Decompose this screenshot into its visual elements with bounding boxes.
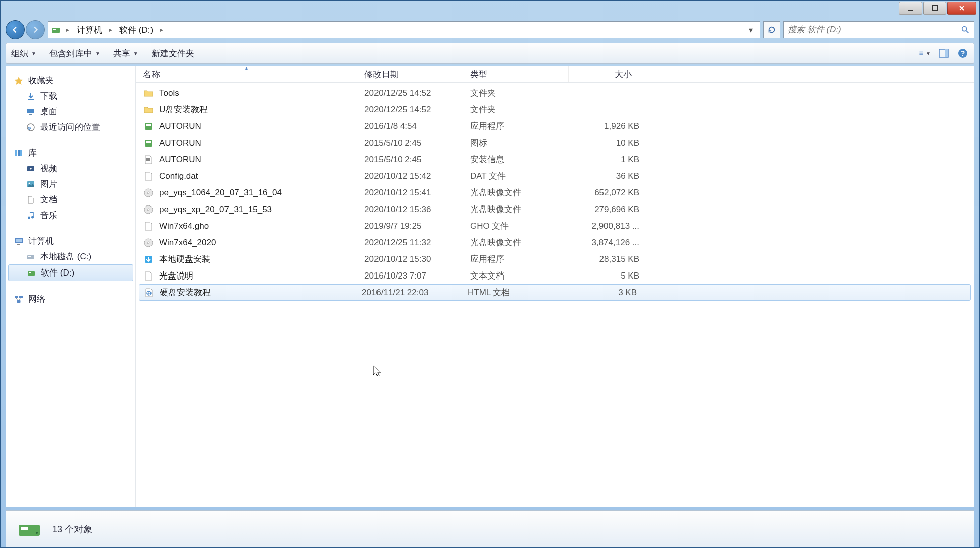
file-row[interactable]: 本地硬盘安装2020/10/12 15:30应用程序28,315 KB: [136, 251, 974, 267]
close-button[interactable]: [947, 2, 976, 15]
sort-asc-icon: ▲: [244, 65, 249, 71]
column-type[interactable]: 类型: [463, 66, 569, 82]
column-date[interactable]: 修改日期: [357, 66, 463, 82]
svg-rect-17: [15, 150, 17, 156]
column-size[interactable]: 大小: [569, 66, 639, 82]
file-name: pe_yqs_1064_20_07_31_16_04: [159, 188, 364, 198]
file-icon: [143, 104, 154, 115]
favorites-header[interactable]: 收藏夹: [8, 73, 133, 88]
sidebar-item-videos[interactable]: 视频: [8, 161, 133, 176]
preview-pane-button[interactable]: [938, 47, 950, 59]
file-row[interactable]: AUTORUN2015/5/10 2:45图标10 KB: [136, 134, 974, 151]
file-size: 1 KB: [576, 155, 639, 165]
address-dropdown[interactable]: ▾: [744, 25, 758, 35]
main-area: 收藏夹 下载 桌面 最近访问的位置 库: [6, 66, 974, 507]
drive-icon: [50, 24, 61, 35]
maximize-button[interactable]: [923, 2, 946, 15]
drive-large-icon: [15, 515, 43, 543]
desktop-icon: [25, 106, 36, 117]
sidebar-item-label: 软件 (D:): [41, 267, 74, 279]
svg-rect-42: [146, 158, 150, 159]
share-button[interactable]: 共享▼: [113, 48, 138, 59]
sidebar-item-drive-c[interactable]: 本地磁盘 (C:): [8, 249, 133, 264]
file-date: 2020/10/12 15:41: [364, 188, 470, 198]
svg-rect-0: [908, 10, 913, 11]
view-button[interactable]: ▼: [919, 47, 931, 59]
file-icon: [143, 88, 154, 99]
organize-button[interactable]: 组织▼: [11, 48, 36, 59]
sidebar-item-downloads[interactable]: 下载: [8, 88, 133, 104]
file-row[interactable]: 光盘说明2016/10/23 7:07文本文档5 KB: [136, 267, 974, 284]
sidebar-item-music[interactable]: 音乐: [8, 208, 133, 223]
chevron-right-icon[interactable]: ▸: [106, 26, 115, 33]
search-box[interactable]: [783, 21, 974, 38]
svg-rect-53: [146, 276, 150, 276]
back-button[interactable]: [6, 20, 25, 39]
include-lib-label: 包含到库中: [49, 48, 92, 59]
drive-icon: [26, 267, 37, 279]
file-name: AUTORUN: [159, 121, 364, 131]
svg-rect-34: [29, 272, 31, 273]
file-type: DAT 文件: [470, 170, 576, 182]
file-name: 本地硬盘安装: [159, 253, 364, 265]
minimize-button[interactable]: [899, 2, 922, 15]
svg-rect-13: [27, 109, 34, 113]
svg-rect-1: [932, 6, 937, 11]
sidebar-item-pictures[interactable]: 图片: [8, 176, 133, 192]
file-type: 应用程序: [470, 120, 576, 132]
svg-rect-25: [29, 201, 32, 201]
forward-button[interactable]: [26, 20, 45, 39]
sidebar-item-drive-d[interactable]: 软件 (D:): [8, 264, 133, 281]
network-header[interactable]: 网络: [8, 291, 133, 307]
chevron-right-icon[interactable]: ▸: [63, 26, 72, 33]
computer-header[interactable]: 计算机: [8, 233, 133, 249]
file-row[interactable]: Config.dat2020/10/12 15:42DAT 文件36 KB: [136, 168, 974, 184]
file-size: 36 KB: [576, 171, 639, 181]
file-row[interactable]: U盘安装教程2020/12/25 14:52文件夹: [136, 101, 974, 118]
chevron-right-icon[interactable]: ▸: [157, 26, 166, 33]
breadcrumb-computer[interactable]: 计算机: [74, 23, 104, 37]
file-row[interactable]: AUTORUN2016/1/8 4:54应用程序1,926 KB: [136, 118, 974, 134]
address-bar[interactable]: ▸ 计算机 ▸ 软件 (D:) ▸ ▾: [48, 21, 760, 38]
sidebar-item-recent[interactable]: 最近访问的位置: [8, 119, 133, 135]
file-row[interactable]: pe_yqs_xp_20_07_31_15_532020/10/12 15:36…: [136, 201, 974, 218]
new-folder-label: 新建文件夹: [152, 48, 194, 59]
svg-rect-7: [919, 54, 923, 54]
file-list[interactable]: Tools2020/12/25 14:52文件夹U盘安装教程2020/12/25…: [136, 83, 974, 507]
file-type: 光盘映像文件: [470, 237, 576, 248]
nav-arrows: [6, 20, 45, 39]
file-row[interactable]: AUTORUN2015/5/10 2:45安装信息1 KB: [136, 151, 974, 168]
column-name[interactable]: 名称 ▲: [136, 66, 357, 82]
include-library-button[interactable]: 包含到库中▼: [49, 48, 100, 59]
file-row[interactable]: Win7x64.gho2019/9/7 19:25GHO 文件2,900,813…: [136, 218, 974, 234]
refresh-button[interactable]: [763, 21, 780, 38]
sidebar-item-documents[interactable]: 文档: [8, 192, 133, 208]
file-row[interactable]: 硬盘安装教程2016/11/21 22:03HTML 文档3 KB: [139, 284, 971, 301]
svg-rect-29: [16, 239, 22, 242]
file-icon: [143, 121, 154, 132]
svg-rect-56: [19, 525, 40, 536]
file-row[interactable]: Win7x64_20202020/12/25 11:32光盘映像文件3,874,…: [136, 234, 974, 251]
sidebar-item-desktop[interactable]: 桌面: [8, 104, 133, 119]
recent-icon: [25, 122, 36, 133]
organize-label: 组织: [11, 48, 28, 59]
file-size: 3 KB: [573, 288, 637, 298]
help-button[interactable]: ?: [957, 47, 969, 59]
svg-rect-44: [146, 160, 150, 161]
file-pane: 名称 ▲ 修改日期 类型 大小 Tools2020/12/25 14:52文件夹…: [136, 66, 974, 507]
sidebar-item-label: 视频: [40, 163, 57, 174]
search-icon[interactable]: [961, 25, 970, 34]
breadcrumb-drive[interactable]: 软件 (D:): [117, 23, 155, 37]
file-type: 光盘映像文件: [470, 203, 576, 215]
file-row[interactable]: Tools2020/12/25 14:52文件夹: [136, 85, 974, 101]
new-folder-button[interactable]: 新建文件夹: [152, 48, 194, 59]
svg-point-46: [147, 192, 149, 194]
toolbar-right: ▼ ?: [919, 47, 969, 59]
file-row[interactable]: pe_yqs_1064_20_07_31_16_042020/10/12 15:…: [136, 184, 974, 201]
share-label: 共享: [113, 48, 130, 59]
search-input[interactable]: [788, 25, 961, 35]
libraries-header[interactable]: 库: [8, 145, 133, 161]
navigation-pane: 收藏夹 下载 桌面 最近访问的位置 库: [6, 66, 136, 507]
computer-group: 计算机 本地磁盘 (C:) 软件 (D:): [8, 233, 133, 281]
file-name: AUTORUN: [159, 138, 364, 148]
